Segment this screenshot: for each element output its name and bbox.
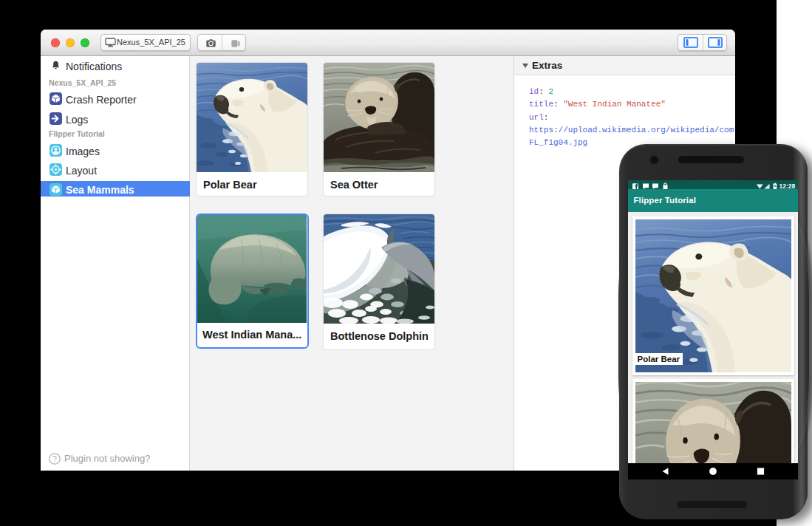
svg-text:?: ? [52,455,57,463]
